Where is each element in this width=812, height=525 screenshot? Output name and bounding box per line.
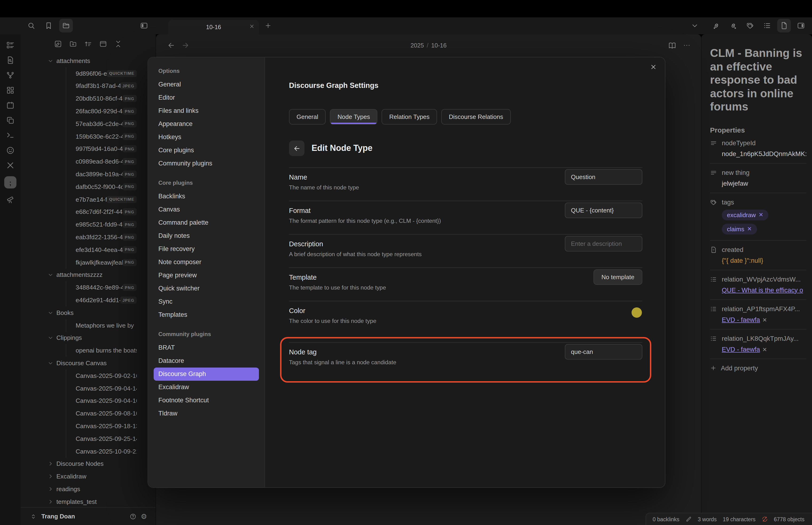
vault-switcher-icon[interactable] xyxy=(30,513,37,520)
settings-nav-item-editor[interactable]: Editor xyxy=(154,91,259,104)
terminal-icon[interactable] xyxy=(6,131,15,139)
layout-list-icon[interactable] xyxy=(6,41,15,49)
new-note-icon[interactable] xyxy=(54,40,62,48)
vault-name[interactable]: Trang Doan xyxy=(41,513,75,520)
tree-file[interactable]: 3488442c-9e89-4326-af2f...PNG xyxy=(21,281,155,294)
character-count[interactable]: 19 characters xyxy=(723,516,755,522)
tree-file[interactable]: Canvas-2025-10-09-2123 xyxy=(21,445,155,457)
add-property-button[interactable]: Add property xyxy=(710,364,806,372)
property-value[interactable]: {"{ date }":null} xyxy=(722,257,806,264)
tree-file[interactable]: 9d896f06-e2f6-4ee5-...QUICKTIME xyxy=(21,67,155,80)
telescope-icon[interactable] xyxy=(6,195,15,204)
panel-top-icon[interactable] xyxy=(99,40,107,48)
sync-off-icon[interactable] xyxy=(762,516,768,522)
breadcrumb-note[interactable]: 10-16 xyxy=(431,42,446,49)
tree-file[interactable]: Canvas-2025-09-04-1602 xyxy=(21,394,155,407)
property-link[interactable]: EVD - faewfa xyxy=(722,316,760,323)
copy-icon[interactable] xyxy=(6,116,15,124)
tab-10-16[interactable]: 10-16 xyxy=(168,20,259,34)
name-input[interactable] xyxy=(565,169,642,185)
chevron-down-icon[interactable] xyxy=(691,21,699,30)
remove-link-icon[interactable]: ✕ xyxy=(763,346,767,353)
tree-file[interactable]: fkjawlkjfkeawjfealwPNG xyxy=(21,256,155,269)
tree-file[interactable]: 159b630e-6c22-4c05-998...PNG xyxy=(21,130,155,143)
calendar-icon[interactable] xyxy=(6,101,15,109)
settings-nav-item-files-and-links[interactable]: Files and links xyxy=(154,104,259,118)
new-folder-icon[interactable] xyxy=(69,40,77,48)
remove-link-icon[interactable]: ✕ xyxy=(763,317,767,323)
property-name-line[interactable]: tags xyxy=(710,198,806,206)
settings-gear-icon[interactable]: ⚙ xyxy=(141,513,147,520)
tree-file[interactable]: e68c7d6f-2f2f-446c-ad27-...PNG xyxy=(21,206,155,218)
tree-file[interactable]: 20bdb510-86cf-43a5-9152...PNG xyxy=(21,92,155,105)
excalidraw-icon[interactable] xyxy=(6,161,15,170)
settings-nav-item-general[interactable]: General xyxy=(154,78,259,91)
tree-file[interactable]: e985c521-fdd9-4321-9992...PNG xyxy=(21,218,155,231)
word-count[interactable]: 3 words xyxy=(698,516,717,522)
new-tab-button[interactable] xyxy=(264,22,272,29)
close-icon[interactable] xyxy=(650,63,657,71)
dashboard-icon[interactable] xyxy=(6,86,15,94)
settings-nav-item-daily-notes[interactable]: Daily notes xyxy=(154,229,259,242)
tree-folder[interactable]: readings xyxy=(21,483,155,495)
property-name-line[interactable]: ?created xyxy=(710,246,806,253)
settings-nav-item-backlinks[interactable]: Backlinks xyxy=(154,190,259,203)
tree-file[interactable]: e46d2e91-4dd1-49a9-bf81...JPEG xyxy=(21,294,155,306)
linked-note-title[interactable]: CLM - Banning is an effective response t… xyxy=(710,46,805,114)
tree-file[interactable]: Canvas-2025-09-25-1454 xyxy=(21,432,155,445)
property-value[interactable]: jelwjefaw xyxy=(722,180,806,187)
property-name-line[interactable]: nodeTypeId xyxy=(710,139,806,146)
settings-nav-item-discourse-graph[interactable]: Discourse Graph xyxy=(154,368,259,381)
settings-nav-item-note-composer[interactable]: Note composer xyxy=(154,256,259,269)
reading-view-icon[interactable] xyxy=(668,41,676,49)
tree-file[interactable]: 9fadf3b1-87ad-4c62-a631-...JPEG xyxy=(21,80,155,92)
folder-icon[interactable] xyxy=(62,21,70,30)
tree-file[interactable]: 997f59d4-16a0-40da-8b81...PNG xyxy=(21,142,155,155)
tree-folder[interactable]: Clippings xyxy=(21,332,155,344)
more-options-icon[interactable] xyxy=(683,41,691,49)
tree-file[interactable]: Canvas-2025-09-08-1038 xyxy=(21,407,155,420)
settings-nav-item-command-palette[interactable]: Command palette xyxy=(154,216,259,229)
settings-nav-item-core-plugins[interactable]: Core plugins xyxy=(154,144,259,157)
graph-icon[interactable] xyxy=(6,71,15,79)
breadcrumb[interactable]: 2025/10-16 xyxy=(156,42,701,49)
property-name-line[interactable]: relation_LK8QqkTpmJAy... xyxy=(710,335,806,342)
tree-file[interactable]: 57eab3d6-c2de-4ad0-b464...PNG xyxy=(21,118,155,130)
node-tag-input[interactable] xyxy=(565,344,642,360)
settings-nav-item-quick-switcher[interactable]: Quick switcher xyxy=(154,282,259,295)
tree-file[interactable]: 26fac80d-929d-4cb4-919a...PNG xyxy=(21,105,155,118)
tree-file[interactable]: Metaphors we live by xyxy=(21,319,155,332)
sort-asc-icon[interactable] xyxy=(84,40,92,48)
tree-file[interactable]: openai burns the boats 1 xyxy=(21,344,155,357)
panel-right-icon[interactable] xyxy=(797,21,805,30)
smiley-icon[interactable] xyxy=(6,146,15,155)
tree-folder[interactable]: attachmentszzzz xyxy=(21,269,155,281)
document-icon[interactable] xyxy=(780,21,788,30)
tab-discourse-relations[interactable]: Discourse Relations xyxy=(441,109,510,124)
tab-node-types[interactable]: Node Types xyxy=(330,109,378,124)
settings-nav-item-sync[interactable]: Sync xyxy=(154,295,259,308)
tree-folder[interactable]: Excalidraw xyxy=(21,470,155,483)
settings-nav-item-brat[interactable]: BRAT xyxy=(154,341,259,355)
properties-heading[interactable]: Properties xyxy=(710,126,806,134)
tree-file[interactable]: e7b7ae14-f2ca-4f06-...QUICKTIME xyxy=(21,193,155,206)
help-icon[interactable] xyxy=(129,513,136,520)
tab-close-icon[interactable] xyxy=(249,24,255,29)
tag-pill-claims[interactable]: claims✕ xyxy=(722,224,757,234)
settings-nav-item-templates[interactable]: Templates xyxy=(154,308,259,321)
tree-folder[interactable]: templates_test xyxy=(21,495,155,507)
tags-icon[interactable] xyxy=(746,21,754,30)
link-outgoing-icon[interactable] xyxy=(729,21,737,30)
format-input[interactable] xyxy=(565,202,642,218)
left-sidebar-toggle-icon[interactable] xyxy=(140,21,148,30)
bookmark-icon[interactable] xyxy=(45,21,52,30)
tree-file[interactable]: Canvas-2025-09-04-1418 xyxy=(21,382,155,394)
tree-file[interactable]: dafb0c52-f900-4d41-894f-...PNG xyxy=(21,180,155,193)
settings-nav-item-hotkeys[interactable]: Hotkeys xyxy=(154,131,259,144)
tag-pill-excalidraw[interactable]: excalidraw✕ xyxy=(722,209,768,220)
property-value[interactable]: node_1n6pK5JdDQnmAkMK: xyxy=(722,150,806,157)
settings-nav-item-footnote-shortcut[interactable]: Footnote Shortcut xyxy=(154,394,259,407)
property-link[interactable]: EVD - faewfa xyxy=(722,346,760,353)
back-button[interactable] xyxy=(289,140,305,156)
settings-nav-item-canvas[interactable]: Canvas xyxy=(154,203,259,216)
